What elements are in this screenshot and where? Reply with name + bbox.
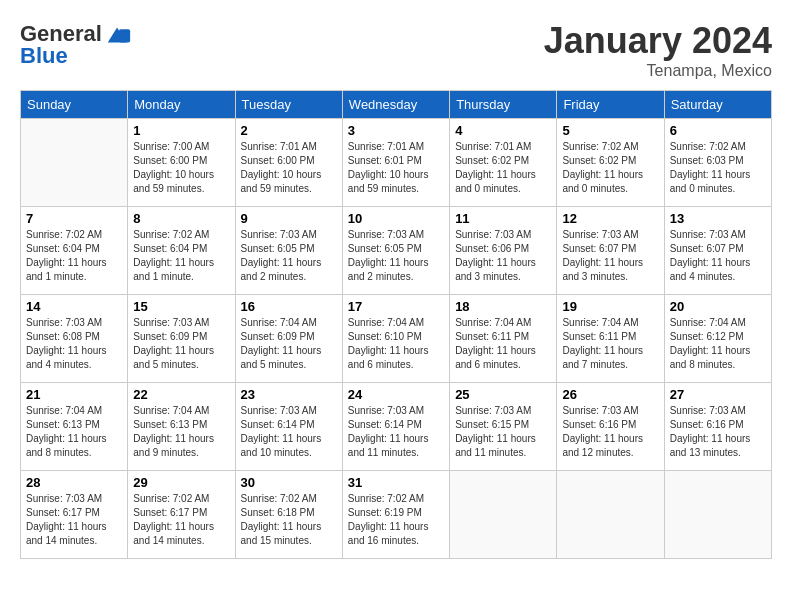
day-number: 2 [241, 123, 337, 138]
day-number: 30 [241, 475, 337, 490]
calendar-cell: 28Sunrise: 7:03 AM Sunset: 6:17 PM Dayli… [21, 471, 128, 559]
day-info: Sunrise: 7:03 AM Sunset: 6:14 PM Dayligh… [348, 404, 444, 460]
day-number: 27 [670, 387, 766, 402]
calendar-header-sunday: Sunday [21, 91, 128, 119]
day-number: 12 [562, 211, 658, 226]
calendar-header-saturday: Saturday [664, 91, 771, 119]
calendar-cell: 29Sunrise: 7:02 AM Sunset: 6:17 PM Dayli… [128, 471, 235, 559]
calendar-cell: 24Sunrise: 7:03 AM Sunset: 6:14 PM Dayli… [342, 383, 449, 471]
header: General Blue January 2024 Tenampa, Mexic… [20, 20, 772, 80]
day-info: Sunrise: 7:03 AM Sunset: 6:16 PM Dayligh… [670, 404, 766, 460]
calendar-cell: 21Sunrise: 7:04 AM Sunset: 6:13 PM Dayli… [21, 383, 128, 471]
day-info: Sunrise: 7:03 AM Sunset: 6:05 PM Dayligh… [241, 228, 337, 284]
day-number: 10 [348, 211, 444, 226]
calendar-week-1: 1Sunrise: 7:00 AM Sunset: 6:00 PM Daylig… [21, 119, 772, 207]
day-number: 31 [348, 475, 444, 490]
calendar-cell: 7Sunrise: 7:02 AM Sunset: 6:04 PM Daylig… [21, 207, 128, 295]
day-number: 3 [348, 123, 444, 138]
day-number: 11 [455, 211, 551, 226]
day-number: 25 [455, 387, 551, 402]
day-number: 29 [133, 475, 229, 490]
day-number: 1 [133, 123, 229, 138]
day-info: Sunrise: 7:02 AM Sunset: 6:18 PM Dayligh… [241, 492, 337, 548]
calendar-cell [450, 471, 557, 559]
day-number: 23 [241, 387, 337, 402]
calendar-body: 1Sunrise: 7:00 AM Sunset: 6:00 PM Daylig… [21, 119, 772, 559]
day-number: 9 [241, 211, 337, 226]
day-info: Sunrise: 7:03 AM Sunset: 6:14 PM Dayligh… [241, 404, 337, 460]
day-info: Sunrise: 7:03 AM Sunset: 6:07 PM Dayligh… [670, 228, 766, 284]
day-info: Sunrise: 7:03 AM Sunset: 6:09 PM Dayligh… [133, 316, 229, 372]
day-number: 16 [241, 299, 337, 314]
calendar-cell: 8Sunrise: 7:02 AM Sunset: 6:04 PM Daylig… [128, 207, 235, 295]
calendar-header-tuesday: Tuesday [235, 91, 342, 119]
day-number: 5 [562, 123, 658, 138]
title-area: January 2024 Tenampa, Mexico [544, 20, 772, 80]
calendar-cell: 22Sunrise: 7:04 AM Sunset: 6:13 PM Dayli… [128, 383, 235, 471]
calendar-cell: 26Sunrise: 7:03 AM Sunset: 6:16 PM Dayli… [557, 383, 664, 471]
calendar-cell: 6Sunrise: 7:02 AM Sunset: 6:03 PM Daylig… [664, 119, 771, 207]
calendar-week-3: 14Sunrise: 7:03 AM Sunset: 6:08 PM Dayli… [21, 295, 772, 383]
calendar-header-row: SundayMondayTuesdayWednesdayThursdayFrid… [21, 91, 772, 119]
day-number: 8 [133, 211, 229, 226]
calendar-cell: 11Sunrise: 7:03 AM Sunset: 6:06 PM Dayli… [450, 207, 557, 295]
logo-icon [104, 20, 132, 48]
day-number: 28 [26, 475, 122, 490]
day-number: 15 [133, 299, 229, 314]
day-info: Sunrise: 7:00 AM Sunset: 6:00 PM Dayligh… [133, 140, 229, 196]
day-info: Sunrise: 7:02 AM Sunset: 6:03 PM Dayligh… [670, 140, 766, 196]
day-info: Sunrise: 7:04 AM Sunset: 6:10 PM Dayligh… [348, 316, 444, 372]
day-info: Sunrise: 7:02 AM Sunset: 6:02 PM Dayligh… [562, 140, 658, 196]
day-number: 24 [348, 387, 444, 402]
day-info: Sunrise: 7:03 AM Sunset: 6:17 PM Dayligh… [26, 492, 122, 548]
day-number: 22 [133, 387, 229, 402]
day-info: Sunrise: 7:04 AM Sunset: 6:13 PM Dayligh… [26, 404, 122, 460]
day-info: Sunrise: 7:02 AM Sunset: 6:19 PM Dayligh… [348, 492, 444, 548]
calendar-cell: 18Sunrise: 7:04 AM Sunset: 6:11 PM Dayli… [450, 295, 557, 383]
calendar-cell: 14Sunrise: 7:03 AM Sunset: 6:08 PM Dayli… [21, 295, 128, 383]
calendar-cell: 23Sunrise: 7:03 AM Sunset: 6:14 PM Dayli… [235, 383, 342, 471]
calendar-cell: 13Sunrise: 7:03 AM Sunset: 6:07 PM Dayli… [664, 207, 771, 295]
calendar-cell: 2Sunrise: 7:01 AM Sunset: 6:00 PM Daylig… [235, 119, 342, 207]
day-info: Sunrise: 7:03 AM Sunset: 6:15 PM Dayligh… [455, 404, 551, 460]
day-info: Sunrise: 7:04 AM Sunset: 6:13 PM Dayligh… [133, 404, 229, 460]
calendar-header-monday: Monday [128, 91, 235, 119]
calendar-cell [557, 471, 664, 559]
calendar-header-wednesday: Wednesday [342, 91, 449, 119]
calendar-cell: 17Sunrise: 7:04 AM Sunset: 6:10 PM Dayli… [342, 295, 449, 383]
calendar-cell: 10Sunrise: 7:03 AM Sunset: 6:05 PM Dayli… [342, 207, 449, 295]
day-info: Sunrise: 7:01 AM Sunset: 6:02 PM Dayligh… [455, 140, 551, 196]
day-info: Sunrise: 7:01 AM Sunset: 6:01 PM Dayligh… [348, 140, 444, 196]
calendar-cell: 30Sunrise: 7:02 AM Sunset: 6:18 PM Dayli… [235, 471, 342, 559]
day-number: 4 [455, 123, 551, 138]
day-number: 21 [26, 387, 122, 402]
calendar-cell: 20Sunrise: 7:04 AM Sunset: 6:12 PM Dayli… [664, 295, 771, 383]
calendar-header-thursday: Thursday [450, 91, 557, 119]
day-info: Sunrise: 7:03 AM Sunset: 6:05 PM Dayligh… [348, 228, 444, 284]
day-number: 18 [455, 299, 551, 314]
day-number: 6 [670, 123, 766, 138]
logo: General Blue [20, 20, 132, 68]
calendar-cell: 12Sunrise: 7:03 AM Sunset: 6:07 PM Dayli… [557, 207, 664, 295]
day-info: Sunrise: 7:02 AM Sunset: 6:04 PM Dayligh… [133, 228, 229, 284]
day-info: Sunrise: 7:03 AM Sunset: 6:06 PM Dayligh… [455, 228, 551, 284]
day-info: Sunrise: 7:04 AM Sunset: 6:11 PM Dayligh… [562, 316, 658, 372]
day-number: 20 [670, 299, 766, 314]
day-info: Sunrise: 7:03 AM Sunset: 6:08 PM Dayligh… [26, 316, 122, 372]
calendar-week-5: 28Sunrise: 7:03 AM Sunset: 6:17 PM Dayli… [21, 471, 772, 559]
day-info: Sunrise: 7:01 AM Sunset: 6:00 PM Dayligh… [241, 140, 337, 196]
calendar-week-2: 7Sunrise: 7:02 AM Sunset: 6:04 PM Daylig… [21, 207, 772, 295]
calendar-header-friday: Friday [557, 91, 664, 119]
calendar-cell [664, 471, 771, 559]
day-number: 19 [562, 299, 658, 314]
month-title: January 2024 [544, 20, 772, 62]
calendar-cell: 31Sunrise: 7:02 AM Sunset: 6:19 PM Dayli… [342, 471, 449, 559]
day-number: 7 [26, 211, 122, 226]
calendar-cell: 25Sunrise: 7:03 AM Sunset: 6:15 PM Dayli… [450, 383, 557, 471]
day-info: Sunrise: 7:03 AM Sunset: 6:07 PM Dayligh… [562, 228, 658, 284]
calendar-cell: 5Sunrise: 7:02 AM Sunset: 6:02 PM Daylig… [557, 119, 664, 207]
svg-rect-1 [119, 29, 130, 42]
day-info: Sunrise: 7:04 AM Sunset: 6:12 PM Dayligh… [670, 316, 766, 372]
location-title: Tenampa, Mexico [544, 62, 772, 80]
day-number: 17 [348, 299, 444, 314]
